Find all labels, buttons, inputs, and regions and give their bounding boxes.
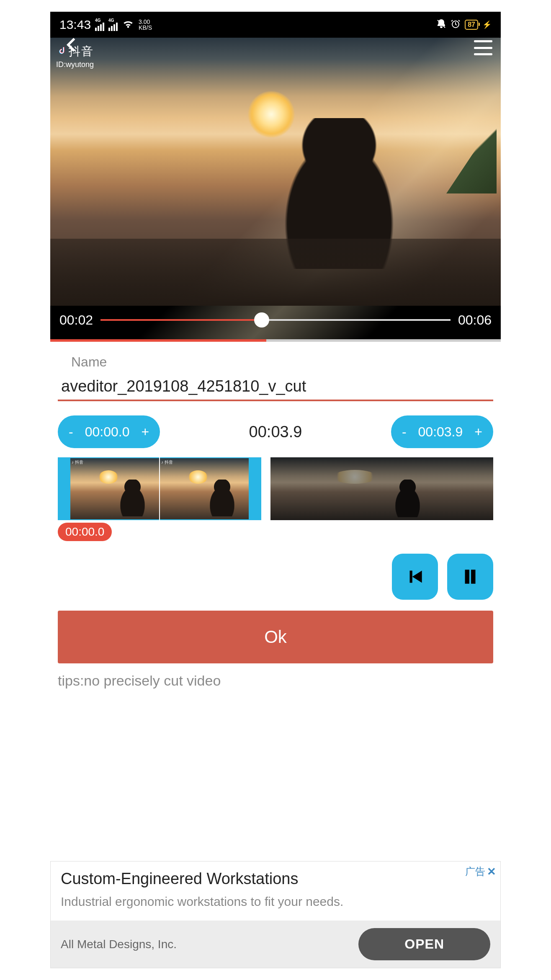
current-time: 00:02: [59, 312, 93, 328]
end-time-pill: - 00:03.9 +: [391, 415, 493, 448]
seek-bar[interactable]: 00:02 00:06: [50, 307, 501, 333]
wifi-icon: [122, 19, 134, 31]
duration-time: 00:06: [458, 312, 492, 328]
status-time: 13:43: [59, 18, 91, 32]
ok-button[interactable]: Ok: [58, 611, 493, 663]
mute-icon: [436, 19, 446, 31]
seek-track[interactable]: [100, 319, 451, 321]
start-minus-button[interactable]: -: [69, 424, 73, 440]
pause-button[interactable]: [447, 554, 493, 600]
end-minus-button[interactable]: -: [402, 424, 407, 440]
skip-previous-button[interactable]: [392, 554, 438, 600]
charging-icon: ⚡: [482, 20, 492, 29]
cursor-time-badge: 00:00.0: [58, 523, 112, 541]
name-input[interactable]: [58, 370, 493, 401]
end-plus-button[interactable]: +: [474, 424, 482, 440]
left-handle[interactable]: [58, 457, 70, 520]
ad-close-icon[interactable]: ✕: [487, 865, 496, 878]
net-speed: 3.00KB/S: [139, 19, 152, 31]
ad-label: 广告: [465, 865, 485, 878]
name-label: Name: [71, 354, 493, 370]
alarm-icon: [451, 19, 461, 31]
start-time: 00:00.0: [85, 424, 130, 440]
ad-subtitle: Industrial ergonomic workstations to fit…: [61, 895, 490, 909]
signal-1: 4G: [95, 18, 104, 31]
timeline-frame[interactable]: ♪ 抖音: [160, 457, 249, 520]
video-frame: [50, 38, 501, 306]
seek-thumb[interactable]: [254, 312, 269, 328]
tips-text: tips:no precisely cut video: [58, 673, 493, 689]
menu-button[interactable]: [474, 40, 492, 55]
timeline-frame-outside[interactable]: [270, 457, 466, 520]
timeline-frame[interactable]: ♪ 抖音: [70, 457, 159, 520]
signal-2: 4G: [108, 18, 118, 31]
ad-headline: Custom-Engineered Workstations: [61, 870, 490, 888]
ad-open-button[interactable]: OPEN: [358, 928, 490, 960]
ad-company: All Metal Designs, Inc.: [61, 938, 177, 951]
video-player[interactable]: 抖音 ID:wyutong 00:02 00:06: [50, 38, 501, 339]
start-time-pill: - 00:00.0 +: [58, 415, 160, 448]
ad-banner[interactable]: 广告 ✕ Custom-Engineered Workstations Indu…: [50, 861, 501, 968]
duration-value: 00:03.9: [249, 423, 302, 441]
right-handle[interactable]: [249, 457, 261, 520]
battery-icon: 87: [465, 20, 478, 30]
back-button[interactable]: [63, 38, 81, 56]
timeline-frame-outside[interactable]: [466, 457, 493, 520]
start-plus-button[interactable]: +: [141, 424, 149, 440]
timeline-strip[interactable]: ♪ 抖音 ♪ 抖音: [58, 457, 493, 520]
end-time: 00:03.9: [418, 424, 463, 440]
load-progress: [50, 339, 501, 342]
status-bar: 13:43 4G 4G 3.00KB/S 87 ⚡: [50, 12, 501, 38]
watermark-id: ID:wyutong: [56, 60, 94, 69]
